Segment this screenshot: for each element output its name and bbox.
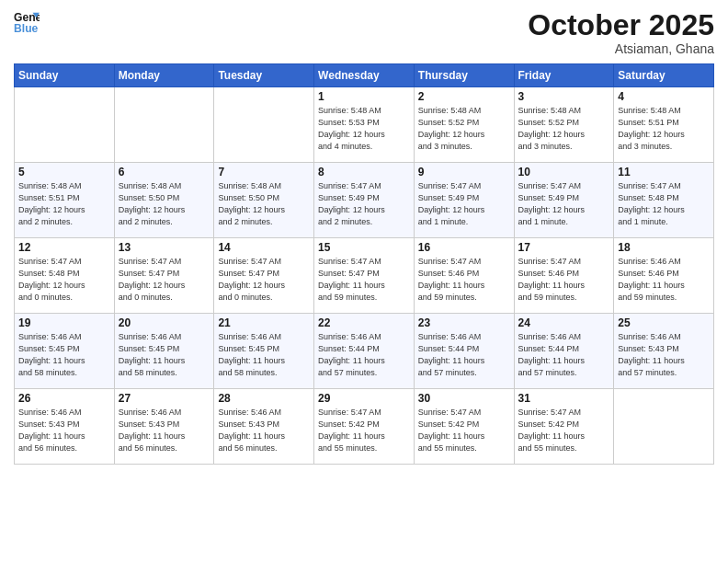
calendar-cell-w1-d3: 8Sunrise: 5:47 AM Sunset: 5:49 PM Daylig… xyxy=(314,163,415,238)
day-info: Sunrise: 5:47 AM Sunset: 5:42 PM Dayligh… xyxy=(518,407,610,454)
calendar-cell-w1-d1: 6Sunrise: 5:48 AM Sunset: 5:50 PM Daylig… xyxy=(114,163,214,238)
day-number: 25 xyxy=(618,316,710,329)
day-number: 11 xyxy=(618,166,710,178)
week-row-4: 26Sunrise: 5:46 AM Sunset: 5:43 PM Dayli… xyxy=(15,389,714,465)
day-info: Sunrise: 5:46 AM Sunset: 5:44 PM Dayligh… xyxy=(318,331,410,379)
day-info: Sunrise: 5:47 AM Sunset: 5:46 PM Dayligh… xyxy=(518,256,610,304)
day-info: Sunrise: 5:47 AM Sunset: 5:49 PM Dayligh… xyxy=(518,180,610,228)
day-info: Sunrise: 5:48 AM Sunset: 5:52 PM Dayligh… xyxy=(518,105,610,153)
calendar-cell-w1-d2: 7Sunrise: 5:48 AM Sunset: 5:50 PM Daylig… xyxy=(214,163,314,238)
week-row-1: 5Sunrise: 5:48 AM Sunset: 5:51 PM Daylig… xyxy=(15,163,714,238)
day-info: Sunrise: 5:46 AM Sunset: 5:45 PM Dayligh… xyxy=(119,331,210,379)
day-info: Sunrise: 5:46 AM Sunset: 5:44 PM Dayligh… xyxy=(418,331,510,379)
day-info: Sunrise: 5:46 AM Sunset: 5:45 PM Dayligh… xyxy=(218,331,310,379)
day-info: Sunrise: 5:48 AM Sunset: 5:50 PM Dayligh… xyxy=(218,180,310,228)
day-info: Sunrise: 5:46 AM Sunset: 5:45 PM Dayligh… xyxy=(18,331,110,379)
day-info: Sunrise: 5:46 AM Sunset: 5:43 PM Dayligh… xyxy=(218,407,310,454)
week-row-2: 12Sunrise: 5:47 AM Sunset: 5:48 PM Dayli… xyxy=(15,238,714,314)
day-info: Sunrise: 5:47 AM Sunset: 5:42 PM Dayligh… xyxy=(418,407,510,454)
calendar-cell-w0-d3: 1Sunrise: 5:48 AM Sunset: 5:53 PM Daylig… xyxy=(314,87,415,163)
day-number: 12 xyxy=(18,241,110,254)
day-number: 26 xyxy=(18,392,110,405)
calendar-cell-w4-d5: 31Sunrise: 5:47 AM Sunset: 5:42 PM Dayli… xyxy=(514,389,614,465)
day-number: 21 xyxy=(218,316,310,329)
day-number: 10 xyxy=(518,166,610,178)
calendar-cell-w1-d4: 9Sunrise: 5:47 AM Sunset: 5:49 PM Daylig… xyxy=(414,163,514,238)
calendar-cell-w2-d6: 18Sunrise: 5:46 AM Sunset: 5:46 PM Dayli… xyxy=(614,238,714,314)
day-info: Sunrise: 5:46 AM Sunset: 5:43 PM Dayligh… xyxy=(119,407,210,454)
calendar-cell-w0-d4: 2Sunrise: 5:48 AM Sunset: 5:52 PM Daylig… xyxy=(414,87,514,163)
day-number: 8 xyxy=(318,166,410,178)
day-number: 6 xyxy=(119,166,210,178)
day-info: Sunrise: 5:48 AM Sunset: 5:50 PM Dayligh… xyxy=(119,180,210,228)
header-friday: Friday xyxy=(514,64,614,87)
calendar-cell-w3-d5: 24Sunrise: 5:46 AM Sunset: 5:44 PM Dayli… xyxy=(514,314,614,389)
calendar-cell-w4-d3: 29Sunrise: 5:47 AM Sunset: 5:42 PM Dayli… xyxy=(314,389,415,465)
svg-text:Blue: Blue xyxy=(14,22,39,35)
day-number: 29 xyxy=(318,392,410,405)
calendar-cell-w4-d2: 28Sunrise: 5:46 AM Sunset: 5:43 PM Dayli… xyxy=(214,389,314,465)
day-number: 30 xyxy=(418,392,510,405)
day-number: 7 xyxy=(218,166,310,178)
day-number: 14 xyxy=(218,241,310,254)
day-info: Sunrise: 5:47 AM Sunset: 5:48 PM Dayligh… xyxy=(618,180,710,228)
logo: General Blue xyxy=(14,9,40,35)
day-number: 16 xyxy=(418,241,510,254)
month-title: October 2025 xyxy=(528,9,714,41)
calendar-cell-w4-d6 xyxy=(614,389,714,465)
day-number: 23 xyxy=(418,316,510,329)
day-info: Sunrise: 5:48 AM Sunset: 5:52 PM Dayligh… xyxy=(418,105,510,153)
calendar-cell-w0-d1 xyxy=(114,87,214,163)
day-info: Sunrise: 5:46 AM Sunset: 5:46 PM Dayligh… xyxy=(618,256,710,304)
day-info: Sunrise: 5:47 AM Sunset: 5:47 PM Dayligh… xyxy=(119,256,210,304)
calendar-cell-w2-d3: 15Sunrise: 5:47 AM Sunset: 5:47 PM Dayli… xyxy=(314,238,415,314)
calendar-cell-w2-d4: 16Sunrise: 5:47 AM Sunset: 5:46 PM Dayli… xyxy=(414,238,514,314)
calendar-cell-w0-d2 xyxy=(214,87,314,163)
header-monday: Monday xyxy=(114,64,214,87)
calendar-table: Sunday Monday Tuesday Wednesday Thursday… xyxy=(14,63,714,465)
day-number: 22 xyxy=(318,316,410,329)
day-info: Sunrise: 5:47 AM Sunset: 5:42 PM Dayligh… xyxy=(318,407,410,454)
day-info: Sunrise: 5:47 AM Sunset: 5:49 PM Dayligh… xyxy=(318,180,410,228)
location-subtitle: Atsiaman, Ghana xyxy=(528,41,714,56)
header-sunday: Sunday xyxy=(15,64,115,87)
calendar-cell-w3-d0: 19Sunrise: 5:46 AM Sunset: 5:45 PM Dayli… xyxy=(15,314,115,389)
day-info: Sunrise: 5:46 AM Sunset: 5:43 PM Dayligh… xyxy=(18,407,110,454)
day-number: 18 xyxy=(618,241,710,254)
day-number: 19 xyxy=(18,316,110,329)
header-saturday: Saturday xyxy=(614,64,714,87)
week-row-0: 1Sunrise: 5:48 AM Sunset: 5:53 PM Daylig… xyxy=(15,87,714,163)
page: General Blue October 2025 Atsiaman, Ghan… xyxy=(0,0,728,563)
day-number: 28 xyxy=(218,392,310,405)
day-number: 5 xyxy=(18,166,110,178)
day-info: Sunrise: 5:47 AM Sunset: 5:48 PM Dayligh… xyxy=(18,256,110,304)
day-info: Sunrise: 5:48 AM Sunset: 5:51 PM Dayligh… xyxy=(18,180,110,228)
day-info: Sunrise: 5:47 AM Sunset: 5:46 PM Dayligh… xyxy=(418,256,510,304)
calendar-cell-w2-d1: 13Sunrise: 5:47 AM Sunset: 5:47 PM Dayli… xyxy=(114,238,214,314)
calendar-cell-w3-d3: 22Sunrise: 5:46 AM Sunset: 5:44 PM Dayli… xyxy=(314,314,415,389)
calendar-cell-w1-d6: 11Sunrise: 5:47 AM Sunset: 5:48 PM Dayli… xyxy=(614,163,714,238)
day-number: 27 xyxy=(119,392,210,405)
calendar-cell-w0-d5: 3Sunrise: 5:48 AM Sunset: 5:52 PM Daylig… xyxy=(514,87,614,163)
day-info: Sunrise: 5:46 AM Sunset: 5:43 PM Dayligh… xyxy=(618,331,710,379)
day-info: Sunrise: 5:47 AM Sunset: 5:47 PM Dayligh… xyxy=(318,256,410,304)
calendar-cell-w4-d0: 26Sunrise: 5:46 AM Sunset: 5:43 PM Dayli… xyxy=(15,389,115,465)
day-info: Sunrise: 5:48 AM Sunset: 5:51 PM Dayligh… xyxy=(618,105,710,153)
weekday-header-row: Sunday Monday Tuesday Wednesday Thursday… xyxy=(15,64,714,87)
day-info: Sunrise: 5:48 AM Sunset: 5:53 PM Dayligh… xyxy=(318,105,410,153)
header: General Blue October 2025 Atsiaman, Ghan… xyxy=(14,9,714,56)
calendar-cell-w0-d0 xyxy=(15,87,115,163)
day-number: 9 xyxy=(418,166,510,178)
day-number: 2 xyxy=(418,90,510,103)
calendar-cell-w3-d4: 23Sunrise: 5:46 AM Sunset: 5:44 PM Dayli… xyxy=(414,314,514,389)
calendar-cell-w3-d6: 25Sunrise: 5:46 AM Sunset: 5:43 PM Dayli… xyxy=(614,314,714,389)
week-row-3: 19Sunrise: 5:46 AM Sunset: 5:45 PM Dayli… xyxy=(15,314,714,389)
header-wednesday: Wednesday xyxy=(314,64,415,87)
calendar-cell-w1-d0: 5Sunrise: 5:48 AM Sunset: 5:51 PM Daylig… xyxy=(15,163,115,238)
header-tuesday: Tuesday xyxy=(214,64,314,87)
calendar-cell-w3-d1: 20Sunrise: 5:46 AM Sunset: 5:45 PM Dayli… xyxy=(114,314,214,389)
header-thursday: Thursday xyxy=(414,64,514,87)
logo-icon: General Blue xyxy=(14,9,40,35)
calendar-cell-w2-d5: 17Sunrise: 5:47 AM Sunset: 5:46 PM Dayli… xyxy=(514,238,614,314)
calendar-cell-w4-d1: 27Sunrise: 5:46 AM Sunset: 5:43 PM Dayli… xyxy=(114,389,214,465)
